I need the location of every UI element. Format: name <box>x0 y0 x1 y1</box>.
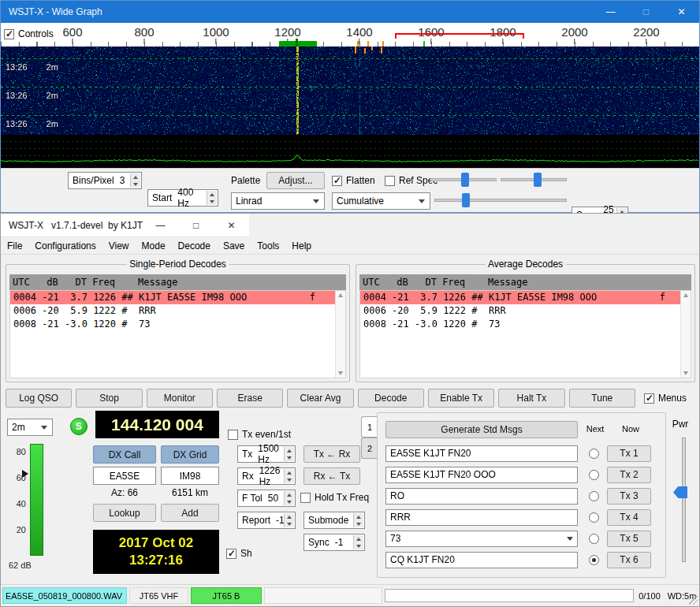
start-freq-spinner[interactable]: Start 400 Hz <box>147 189 218 207</box>
resize-grip[interactable] <box>689 596 698 605</box>
adjust-button[interactable]: Adjust... <box>266 172 325 189</box>
tx-message-field-6[interactable]: CQ K1JT FN20 <box>385 552 578 568</box>
pwr-slider-track[interactable] <box>682 438 686 562</box>
minimize-button[interactable]: — <box>143 214 178 236</box>
display-mode-combo[interactable]: Cumulative <box>332 192 430 210</box>
tx-3-button[interactable]: Tx 3 <box>607 488 651 505</box>
pwr-slider-handle[interactable] <box>673 486 687 498</box>
tx-freq-spinner[interactable]: Tx 1500 Hz <box>237 445 296 463</box>
clear-avg-button[interactable]: Clear Avg <box>287 389 353 408</box>
log-qso-button[interactable]: Log QSO <box>6 389 72 408</box>
palette-combo[interactable]: Linrad <box>231 192 325 210</box>
dropdown-arrow-icon[interactable] <box>567 537 573 541</box>
next-radio-2[interactable] <box>589 470 599 480</box>
minimize-button[interactable]: — <box>593 1 628 23</box>
close-button[interactable]: ✕ <box>214 214 249 236</box>
hold-tx-freq-checkbox[interactable]: Hold Tx Freq <box>300 492 369 503</box>
menu-help[interactable]: Help <box>285 240 318 251</box>
menu-view[interactable]: View <box>102 240 136 251</box>
tab-2[interactable]: 2 <box>361 438 378 459</box>
scrollbar[interactable] <box>680 291 691 378</box>
tx-4-button[interactable]: Tx 4 <box>607 509 651 526</box>
spinner-arrows-icon[interactable] <box>353 535 363 549</box>
menus-checkbox[interactable]: Menus <box>644 393 696 404</box>
sh-checkbox[interactable]: Sh <box>226 548 252 559</box>
rx-freq-spinner[interactable]: Rx 1226 Hz <box>237 467 296 485</box>
monitor-button[interactable]: Monitor <box>147 389 213 408</box>
tx-even-checkbox[interactable]: Tx even/1st <box>228 429 291 440</box>
waterfall-gain-slider[interactable] <box>430 172 497 188</box>
tx-message-field-4[interactable]: RRR <box>385 509 578 526</box>
menu-save[interactable]: Save <box>217 240 251 251</box>
next-radio-4[interactable] <box>589 512 599 523</box>
tx-message-field-5[interactable]: 73 <box>385 531 578 547</box>
slider-handle[interactable] <box>461 173 469 187</box>
decode-button[interactable]: Decode <box>358 389 424 408</box>
menu-mode[interactable]: Mode <box>136 240 172 251</box>
report-spinner[interactable]: Report -15 <box>237 512 296 529</box>
decode-row[interactable]: 0008 -21 -3.0 1220 # 73 <box>360 318 691 331</box>
next-radio-3[interactable] <box>589 491 599 501</box>
main-titlebar[interactable]: WSJT-X v1.7.1-devel by K1JT — □ ✕ <box>1 214 249 237</box>
menu-configurations[interactable]: Configurations <box>28 240 102 251</box>
f-tol-spinner[interactable]: F Tol 50 <box>237 490 296 507</box>
spinner-arrows-icon[interactable] <box>284 447 294 461</box>
maximize-button[interactable]: □ <box>628 1 664 23</box>
tx-message-field-3[interactable]: RO <box>385 488 578 505</box>
close-button[interactable]: ✕ <box>664 1 699 23</box>
decode-row[interactable]: 0006 -20 5.9 1222 # RRR <box>360 304 691 318</box>
dx-grid-field[interactable]: IM98 <box>161 467 219 485</box>
average-decode-list[interactable]: 0004 -21 3.7 1226 ## K1JT EA5SE IM98 OOO… <box>359 290 691 378</box>
slider-handle[interactable] <box>534 173 542 187</box>
tx-message-field-1[interactable]: EA5SE K1JT FN20 <box>385 445 578 462</box>
menu-file[interactable]: File <box>1 240 28 251</box>
halt-tx-button[interactable]: Halt Tx <box>498 389 564 408</box>
menu-tools[interactable]: Tools <box>251 240 285 251</box>
enable-tx-button[interactable]: Enable Tx <box>428 389 494 408</box>
spinner-arrows-icon[interactable] <box>284 491 294 505</box>
tx-5-button[interactable]: Tx 5 <box>607 531 651 547</box>
spinner-arrows-icon[interactable] <box>284 513 294 527</box>
maximize-button[interactable]: □ <box>178 214 214 236</box>
lookup-button[interactable]: Lookup <box>93 504 156 522</box>
spinner-arrows-icon[interactable] <box>130 173 140 188</box>
submode-spinner[interactable]: Submode B <box>303 512 365 529</box>
bins-pixel-spinner[interactable]: Bins/Pixel 3 <box>68 172 142 189</box>
tx-2-button[interactable]: Tx 2 <box>607 467 651 483</box>
decode-row[interactable]: 0008 -21 -3.0 1220 # 73 <box>10 318 345 331</box>
decode-row[interactable]: 0004 -21 3.7 1226 ## K1JT EA5SE IM98 OOO… <box>10 291 345 304</box>
decode-row[interactable]: 0006 -20 5.9 1222 # RRR <box>10 304 345 318</box>
spinner-arrows-icon[interactable] <box>207 191 217 205</box>
tune-button[interactable]: Tune <box>569 389 635 408</box>
flatten-checkbox[interactable]: Flatten <box>332 175 375 186</box>
generate-std-msgs-button[interactable]: Generate Std Msgs <box>385 421 578 438</box>
tx-1-button[interactable]: Tx 1 <box>607 445 651 462</box>
scrollbar[interactable] <box>335 291 345 378</box>
next-radio-5[interactable] <box>589 534 599 544</box>
decode-row[interactable]: 0004 -21 3.7 1226 ## K1JT EA5SE IM98 OOO… <box>360 291 691 304</box>
spectrum-gain-slider[interactable] <box>434 192 567 208</box>
stop-button[interactable]: Stop <box>76 389 142 408</box>
tx-message-field-2[interactable]: EA5SE K1JT FN20 OOO <box>385 467 578 483</box>
next-radio-1[interactable] <box>589 449 599 459</box>
rig-status-indicator[interactable]: S <box>70 418 88 435</box>
dx-call-field[interactable]: EA5SE <box>93 467 156 485</box>
controls-checkbox[interactable]: Controls <box>4 28 54 39</box>
wide-graph-titlebar[interactable]: WSJT-X - Wide Graph — □ ✕ <box>1 1 699 23</box>
dx-call-button[interactable]: DX Call <box>93 445 156 464</box>
tx-from-rx-button[interactable]: Tx ← Rx <box>303 445 360 463</box>
spinner-arrows-icon[interactable] <box>284 469 294 483</box>
rx-from-tx-button[interactable]: Rx ← Tx <box>303 467 360 485</box>
slider-handle[interactable] <box>462 193 470 207</box>
menu-decode[interactable]: Decode <box>172 240 217 251</box>
spinner-arrows-icon[interactable] <box>353 513 363 527</box>
band-combo[interactable]: 2m <box>7 419 53 436</box>
add-button[interactable]: Add <box>161 504 219 522</box>
tab-1[interactable]: 1 <box>361 416 378 438</box>
erase-button[interactable]: Erase <box>217 389 283 408</box>
dx-grid-button[interactable]: DX Grid <box>161 445 219 464</box>
next-radio-6[interactable] <box>589 555 599 565</box>
sync-spinner[interactable]: Sync -1 <box>303 534 365 551</box>
tx-6-button[interactable]: Tx 6 <box>607 552 651 568</box>
single-period-decode-list[interactable]: 0004 -21 3.7 1226 ## K1JT EA5SE IM98 OOO… <box>9 290 346 378</box>
